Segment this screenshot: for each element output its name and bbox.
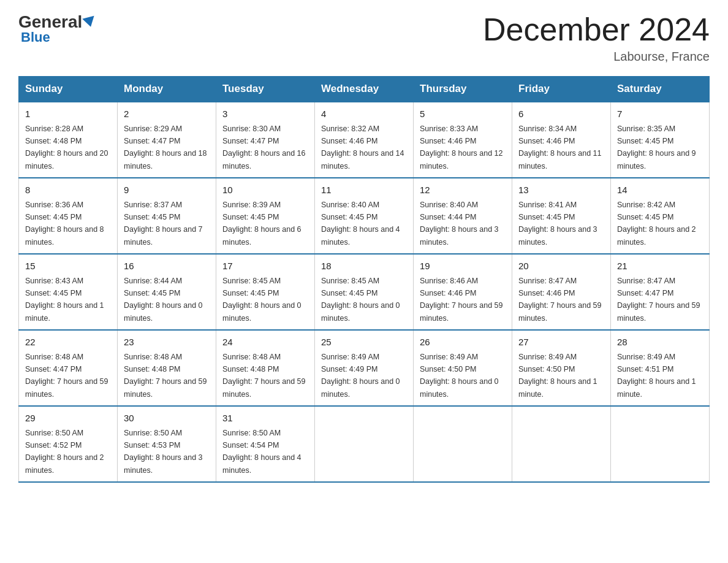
day-number: 19 (420, 259, 506, 274)
day-number: 26 (420, 335, 506, 350)
day-info: Sunrise: 8:40 AMSunset: 4:44 PMDaylight:… (420, 201, 499, 247)
day-number: 16 (124, 259, 210, 274)
day-number: 30 (124, 412, 210, 426)
day-info: Sunrise: 8:50 AMSunset: 4:52 PMDaylight:… (25, 429, 104, 475)
calendar-cell (315, 406, 414, 482)
day-number: 28 (617, 335, 703, 350)
calendar-cell: 6 Sunrise: 8:34 AMSunset: 4:46 PMDayligh… (512, 102, 611, 178)
calendar-cell: 3 Sunrise: 8:30 AMSunset: 4:47 PMDayligh… (216, 102, 315, 178)
day-info: Sunrise: 8:29 AMSunset: 4:47 PMDaylight:… (124, 124, 207, 170)
day-info: Sunrise: 8:48 AMSunset: 4:48 PMDaylight:… (222, 353, 306, 399)
day-number: 27 (518, 335, 604, 350)
calendar-cell: 20 Sunrise: 8:47 AMSunset: 4:46 PMDaylig… (512, 254, 611, 330)
day-number: 21 (617, 259, 703, 274)
day-info: Sunrise: 8:35 AMSunset: 4:45 PMDaylight:… (617, 124, 696, 170)
day-info: Sunrise: 8:45 AMSunset: 4:45 PMDaylight:… (222, 277, 301, 323)
day-number: 9 (124, 183, 210, 197)
calendar-cell: 2 Sunrise: 8:29 AMSunset: 4:47 PMDayligh… (118, 102, 216, 178)
calendar-cell: 19 Sunrise: 8:46 AMSunset: 4:46 PMDaylig… (414, 254, 512, 330)
calendar-cell: 12 Sunrise: 8:40 AMSunset: 4:44 PMDaylig… (414, 178, 512, 254)
header-sunday: Sunday (19, 77, 118, 102)
calendar-cell: 30 Sunrise: 8:50 AMSunset: 4:53 PMDaylig… (118, 406, 216, 482)
week-row-3: 15 Sunrise: 8:43 AMSunset: 4:45 PMDaylig… (19, 254, 710, 330)
day-info: Sunrise: 8:32 AMSunset: 4:46 PMDaylight:… (321, 124, 404, 170)
logo-blue: Blue (21, 29, 50, 45)
calendar-cell: 18 Sunrise: 8:45 AMSunset: 4:45 PMDaylig… (315, 254, 414, 330)
logo: General Blue (18, 12, 96, 45)
calendar-cell: 16 Sunrise: 8:44 AMSunset: 4:45 PMDaylig… (118, 254, 216, 330)
header-wednesday: Wednesday (315, 77, 414, 102)
day-info: Sunrise: 8:30 AMSunset: 4:47 PMDaylight:… (222, 124, 306, 170)
day-number: 6 (518, 107, 604, 121)
day-number: 8 (25, 183, 111, 197)
day-number: 15 (25, 259, 111, 274)
calendar-cell: 13 Sunrise: 8:41 AMSunset: 4:45 PMDaylig… (512, 178, 611, 254)
day-info: Sunrise: 8:48 AMSunset: 4:48 PMDaylight:… (124, 353, 207, 399)
calendar-cell (512, 406, 611, 482)
day-number: 10 (222, 183, 308, 197)
day-number: 5 (420, 107, 506, 121)
day-info: Sunrise: 8:49 AMSunset: 4:50 PMDaylight:… (518, 353, 597, 399)
day-number: 2 (124, 107, 210, 121)
day-info: Sunrise: 8:45 AMSunset: 4:45 PMDaylight:… (321, 277, 400, 323)
day-number: 20 (518, 259, 604, 274)
calendar-cell: 9 Sunrise: 8:37 AMSunset: 4:45 PMDayligh… (118, 178, 216, 254)
day-number: 14 (617, 183, 703, 197)
week-row-2: 8 Sunrise: 8:36 AMSunset: 4:45 PMDayligh… (19, 178, 710, 254)
day-number: 1 (25, 107, 111, 121)
day-info: Sunrise: 8:47 AMSunset: 4:47 PMDaylight:… (617, 277, 700, 323)
day-info: Sunrise: 8:36 AMSunset: 4:45 PMDaylight:… (25, 201, 104, 247)
calendar-cell: 25 Sunrise: 8:49 AMSunset: 4:49 PMDaylig… (315, 330, 414, 406)
day-number: 11 (321, 183, 407, 197)
day-number: 3 (222, 107, 308, 121)
calendar-cell: 28 Sunrise: 8:49 AMSunset: 4:51 PMDaylig… (611, 330, 710, 406)
day-info: Sunrise: 8:48 AMSunset: 4:47 PMDaylight:… (25, 353, 108, 399)
day-number: 18 (321, 259, 407, 274)
calendar-cell: 17 Sunrise: 8:45 AMSunset: 4:45 PMDaylig… (216, 254, 315, 330)
week-row-5: 29 Sunrise: 8:50 AMSunset: 4:52 PMDaylig… (19, 406, 710, 482)
day-number: 29 (25, 412, 111, 426)
calendar-cell: 23 Sunrise: 8:48 AMSunset: 4:48 PMDaylig… (118, 330, 216, 406)
day-number: 4 (321, 107, 407, 121)
calendar-cell: 31 Sunrise: 8:50 AMSunset: 4:54 PMDaylig… (216, 406, 315, 482)
day-info: Sunrise: 8:42 AMSunset: 4:45 PMDaylight:… (617, 201, 696, 247)
day-number: 24 (222, 335, 308, 350)
calendar-cell: 4 Sunrise: 8:32 AMSunset: 4:46 PMDayligh… (315, 102, 414, 178)
page-header: General Blue December 2024 Labourse, Fra… (18, 12, 710, 64)
calendar-cell: 8 Sunrise: 8:36 AMSunset: 4:45 PMDayligh… (19, 178, 118, 254)
week-row-1: 1 Sunrise: 8:28 AMSunset: 4:48 PMDayligh… (19, 102, 710, 178)
calendar-cell: 7 Sunrise: 8:35 AMSunset: 4:45 PMDayligh… (611, 102, 710, 178)
day-info: Sunrise: 8:50 AMSunset: 4:53 PMDaylight:… (124, 429, 203, 475)
calendar-cell: 26 Sunrise: 8:49 AMSunset: 4:50 PMDaylig… (414, 330, 512, 406)
weekday-header-row: Sunday Monday Tuesday Wednesday Thursday… (19, 77, 710, 102)
calendar-cell: 10 Sunrise: 8:39 AMSunset: 4:45 PMDaylig… (216, 178, 315, 254)
day-info: Sunrise: 8:46 AMSunset: 4:46 PMDaylight:… (420, 277, 503, 323)
day-info: Sunrise: 8:40 AMSunset: 4:45 PMDaylight:… (321, 201, 400, 247)
calendar-cell: 14 Sunrise: 8:42 AMSunset: 4:45 PMDaylig… (611, 178, 710, 254)
calendar-cell: 29 Sunrise: 8:50 AMSunset: 4:52 PMDaylig… (19, 406, 118, 482)
day-number: 13 (518, 183, 604, 197)
day-info: Sunrise: 8:28 AMSunset: 4:48 PMDaylight:… (25, 124, 108, 170)
calendar-cell: 22 Sunrise: 8:48 AMSunset: 4:47 PMDaylig… (19, 330, 118, 406)
day-number: 7 (617, 107, 703, 121)
day-info: Sunrise: 8:41 AMSunset: 4:45 PMDaylight:… (518, 201, 597, 247)
day-info: Sunrise: 8:49 AMSunset: 4:51 PMDaylight:… (617, 353, 696, 399)
header-thursday: Thursday (414, 77, 512, 102)
calendar-cell (414, 406, 512, 482)
day-number: 25 (321, 335, 407, 350)
title-block: December 2024 Labourse, France (483, 12, 710, 64)
calendar-cell: 1 Sunrise: 8:28 AMSunset: 4:48 PMDayligh… (19, 102, 118, 178)
day-info: Sunrise: 8:49 AMSunset: 4:50 PMDaylight:… (420, 353, 499, 399)
day-info: Sunrise: 8:49 AMSunset: 4:49 PMDaylight:… (321, 353, 400, 399)
calendar-cell: 24 Sunrise: 8:48 AMSunset: 4:48 PMDaylig… (216, 330, 315, 406)
calendar-cell: 5 Sunrise: 8:33 AMSunset: 4:46 PMDayligh… (414, 102, 512, 178)
header-friday: Friday (512, 77, 611, 102)
calendar-cell: 11 Sunrise: 8:40 AMSunset: 4:45 PMDaylig… (315, 178, 414, 254)
day-number: 31 (222, 412, 308, 426)
location: Labourse, France (483, 50, 710, 64)
day-info: Sunrise: 8:34 AMSunset: 4:46 PMDaylight:… (518, 124, 602, 170)
day-number: 23 (124, 335, 210, 350)
day-number: 17 (222, 259, 308, 274)
day-info: Sunrise: 8:33 AMSunset: 4:46 PMDaylight:… (420, 124, 503, 170)
day-info: Sunrise: 8:44 AMSunset: 4:45 PMDaylight:… (124, 277, 203, 323)
